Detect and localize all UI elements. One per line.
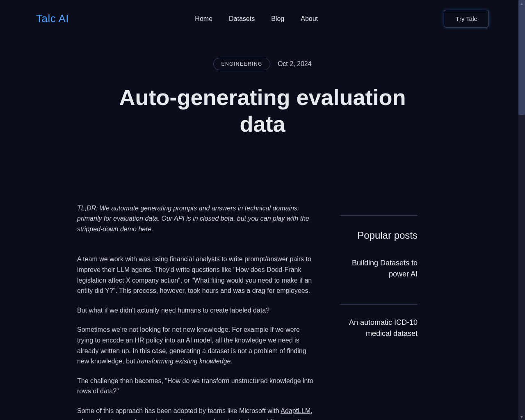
nav-blog[interactable]: Blog: [271, 15, 284, 23]
logo[interactable]: Talc AI: [36, 12, 69, 25]
tldr-paragraph: TL;DR: We automate generating prompts an…: [77, 203, 315, 235]
post-meta: ENGINEERING Oct 2, 2024: [36, 58, 489, 70]
scrollbar-thumb[interactable]: [518, 0, 525, 115]
popular-post-divider: [340, 304, 418, 305]
popular-posts-title: Popular posts: [340, 230, 418, 241]
try-talc-button[interactable]: Try Talc: [444, 10, 489, 27]
sidebar: Popular posts Building Datasets to power…: [340, 203, 418, 420]
post-date: Oct 2, 2024: [278, 60, 312, 68]
tldr-suffix: .: [151, 226, 153, 233]
paragraph-3: Sometimes we're not looking for net new …: [77, 324, 315, 366]
page-title: Auto-generating evaluation data: [98, 84, 427, 137]
tldr-text: TL;DR: We automate generating prompts an…: [77, 205, 309, 233]
paragraph-4: The challenge then becomes, "How do we t…: [77, 376, 315, 397]
sidebar-divider-top: [340, 215, 418, 216]
popular-post-1[interactable]: Building Datasets to power AI: [340, 258, 418, 292]
popular-post-2[interactable]: An automatic ICD-10 medical dataset: [340, 317, 418, 352]
scrollbar-down-icon[interactable]: ▼: [518, 413, 525, 420]
scrollbar[interactable]: ▲ ▼: [518, 0, 525, 420]
paragraph-1: A team we work with was using financial …: [77, 254, 315, 296]
site-header: Talc AI Home Datasets Blog About Try Tal…: [16, 0, 509, 37]
category-badge: ENGINEERING: [213, 58, 270, 70]
article-body: TL;DR: We automate generating prompts an…: [77, 203, 315, 420]
p3-italic: transforming existing knowledge.: [137, 358, 233, 365]
p5-prefix: Some of this approach has been adopted b…: [77, 407, 281, 414]
tldr-demo-link[interactable]: here: [138, 226, 151, 233]
main-nav: Home Datasets Blog About: [195, 15, 318, 23]
hero-section: ENGINEERING Oct 2, 2024 Auto-generating …: [16, 37, 509, 174]
paragraph-5: Some of this approach has been adopted b…: [77, 406, 315, 420]
content-wrapper: TL;DR: We automate generating prompts an…: [57, 174, 468, 420]
nav-about[interactable]: About: [301, 15, 318, 23]
adaptllm-link[interactable]: AdaptLLM: [281, 407, 310, 414]
scrollbar-up-icon[interactable]: ▲: [518, 0, 525, 7]
nav-datasets[interactable]: Datasets: [229, 15, 255, 23]
nav-home[interactable]: Home: [195, 15, 212, 23]
paragraph-2: But what if we didn't actually need huma…: [77, 305, 315, 316]
